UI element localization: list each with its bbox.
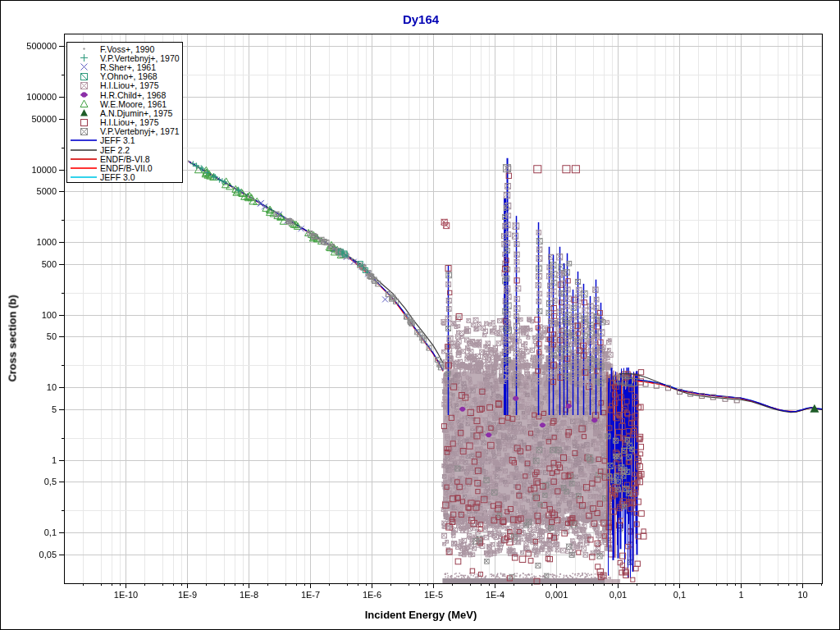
legend-item-11: JEF 2.2	[67, 145, 182, 154]
legend-item-10: JEFF 3.1	[67, 136, 182, 145]
legend-label: JEFF 3.1	[100, 135, 135, 145]
legend-item-13: ENDF/B-VII.0	[67, 163, 182, 172]
legend-label: JEFF 3.0	[100, 172, 135, 182]
legend-label: JEF 2.2	[100, 145, 130, 155]
legend-item-9: V.P.Vertebnyj+, 1971	[67, 127, 182, 136]
legend-label: Y.Ohno+, 1968	[100, 71, 158, 81]
legend-line-swatch	[67, 138, 100, 143]
legend-label: A.N.Djumin+, 1975	[100, 108, 172, 118]
legend-box: F.Voss+, 1990V.P.Vertebnyj+, 1970R.Sher+…	[66, 42, 183, 183]
legend-label: H.I.Liou+, 1975	[100, 117, 159, 127]
legend-item-14: JEFF 3.0	[67, 173, 182, 182]
x-axis-label: Incident Energy (MeV)	[1, 609, 840, 621]
legend-label: V.P.Vertebnyj+, 1971	[100, 126, 180, 136]
legend-line-swatch	[67, 157, 100, 162]
legend-line-swatch	[67, 148, 100, 153]
legend-label: H.R.Child+, 1968	[100, 90, 166, 100]
legend-label: ENDF/B-VII.0	[100, 163, 153, 173]
legend-label: ENDF/B-VI.8	[100, 154, 150, 164]
legend-marker-icon	[67, 126, 100, 137]
plot-title: Dy164	[1, 12, 840, 26]
legend-line-swatch	[67, 166, 100, 171]
legend-line-swatch	[67, 175, 100, 180]
y-axis-label: Cross section (b)	[7, 273, 19, 404]
legend-label: R.Sher+, 1961	[100, 62, 156, 72]
legend-label: F.Voss+, 1990	[100, 44, 154, 54]
plot-window: Dy164 Cross section (b) Incident Energy …	[0, 0, 840, 630]
legend-label: W.E.Moore, 1961	[100, 99, 167, 109]
legend-label: H.I.Liou+, 1975	[100, 80, 159, 90]
legend-item-12: ENDF/B-VI.8	[67, 154, 182, 163]
legend-label: V.P.Vertebnyj+, 1970	[100, 53, 180, 63]
